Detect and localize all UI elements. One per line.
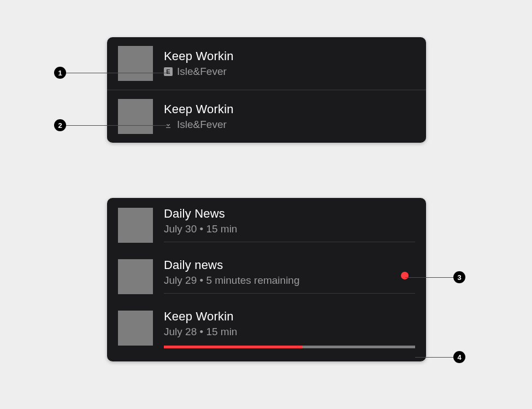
annotation-lead <box>405 277 453 278</box>
track-meta: Keep Workin Isle&Fever <box>164 102 415 131</box>
track-artist: Isle&Fever <box>177 66 227 78</box>
episode-meta: Daily news July 29 • 5 minutes remaining <box>164 258 415 294</box>
episode-row[interactable]: Daily News July 30 • 15 min <box>107 198 426 249</box>
annotation-lead <box>66 125 167 126</box>
track-subtitle: Isle&Fever <box>164 119 415 131</box>
episode-row[interactable]: Daily news July 29 • 5 minutes remaining <box>107 249 426 301</box>
now-playing-dot-icon <box>401 272 409 279</box>
album-art <box>118 46 153 81</box>
episode-title: Keep Workin <box>164 309 415 324</box>
episodes-card: Daily News July 30 • 15 min Daily news J… <box>107 198 426 361</box>
annotation-marker: 1 <box>54 67 66 79</box>
downloaded-icon <box>164 120 173 129</box>
episode-art <box>118 311 153 346</box>
episode-art <box>118 259 153 294</box>
progress-track[interactable] <box>164 346 415 348</box>
track-title: Keep Workin <box>164 102 415 116</box>
episode-meta: Keep Workin July 28 • 15 min <box>164 309 415 355</box>
track-row[interactable]: Keep Workin E Isle&Fever <box>107 37 426 90</box>
annotation-marker: 3 <box>453 271 465 283</box>
track-artist: Isle&Fever <box>177 119 227 131</box>
episode-subtitle: July 29 • 5 minutes remaining <box>164 274 393 287</box>
album-art <box>118 99 153 134</box>
episode-subtitle: July 30 • 15 min <box>164 223 415 235</box>
track-title: Keep Workin <box>164 49 415 63</box>
annotation-marker: 2 <box>54 119 66 131</box>
episode-meta: Daily News July 30 • 15 min <box>164 207 415 242</box>
track-subtitle: E Isle&Fever <box>164 66 415 78</box>
progress-fill <box>164 346 302 348</box>
episode-subtitle: July 28 • 15 min <box>164 326 415 338</box>
annotation-lead <box>66 73 167 73</box>
explicit-icon: E <box>164 67 173 76</box>
episode-title: Daily news <box>164 258 393 272</box>
episode-title: Daily News <box>164 207 415 221</box>
annotation-marker: 4 <box>453 351 465 363</box>
tracks-card: Keep Workin E Isle&Fever Keep Workin Isl… <box>107 37 426 143</box>
track-row[interactable]: Keep Workin Isle&Fever <box>107 90 426 143</box>
track-meta: Keep Workin E Isle&Fever <box>164 49 415 78</box>
episode-row[interactable]: Keep Workin July 28 • 15 min <box>107 301 426 361</box>
annotation-lead <box>415 357 453 358</box>
episode-art <box>118 208 153 243</box>
